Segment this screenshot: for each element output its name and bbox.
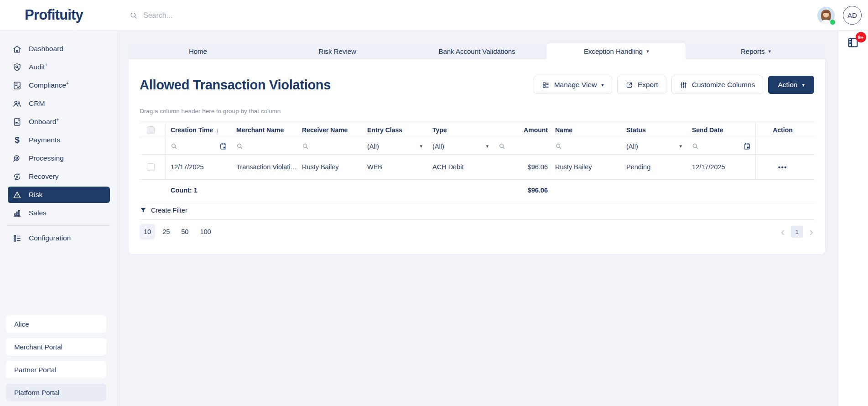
tab-exception-handling[interactable]: Exception Handling▾ (547, 43, 686, 59)
sidebar-item-audit[interactable]: Audit+ (8, 59, 110, 75)
caret-down-icon: ▾ (769, 49, 771, 54)
tab-home[interactable]: Home (129, 43, 267, 59)
pagination-bar: 10 25 50 100 ‹ 1 › (140, 220, 814, 254)
sidebar-item-payments[interactable]: $ Payments (8, 132, 110, 148)
filter-action (755, 138, 810, 154)
search-icon[interactable] (692, 143, 699, 150)
search-sync-icon (12, 154, 22, 163)
table-summary-row: Count: 1 $96.06 (140, 180, 814, 201)
portal-button-merchant[interactable]: Merchant Portal (6, 338, 106, 356)
sidebar-item-recovery[interactable]: Recovery (8, 168, 110, 185)
app-header: Profituity AD (0, 0, 868, 31)
tab-risk-review[interactable]: Risk Review (268, 43, 407, 59)
notification-badge: 9+ (856, 32, 866, 42)
status-select[interactable]: (All)▾ (626, 143, 687, 150)
page-size-25[interactable]: 25 (158, 224, 174, 239)
document-icon (12, 117, 22, 127)
chevron-left-icon[interactable]: ‹ (780, 226, 786, 238)
filter-amount (494, 138, 551, 154)
cell-name: Rusty Bailey (551, 155, 622, 179)
tab-bank-account-validations[interactable]: Bank Account Validations (408, 43, 546, 59)
caret-down-icon: ▾ (486, 143, 489, 149)
sidebar-item-label: Sales (29, 209, 47, 217)
caret-down-icon: ▾ (420, 143, 422, 149)
caret-down-icon: ▾ (679, 143, 682, 149)
column-header-entry-class[interactable]: Entry Class (363, 122, 428, 138)
select-all-checkbox[interactable] (147, 126, 155, 134)
sidebar-item-onboard[interactable]: Onboard+ (8, 114, 110, 130)
type-select[interactable]: (All)▾ (432, 143, 494, 150)
sidebar-item-label: Payments (29, 136, 60, 144)
customize-columns-button[interactable]: Customize Columns (671, 76, 764, 94)
column-header-status[interactable]: Status (622, 122, 687, 138)
create-filter-button[interactable]: Create Filter (140, 201, 814, 220)
filter-status: (All)▾ (622, 138, 687, 154)
portal-button-platform[interactable]: Platform Portal (6, 384, 106, 401)
cell-amount: $96.06 (494, 155, 551, 179)
row-actions-button[interactable]: ••• (778, 164, 787, 171)
search-icon[interactable] (555, 143, 562, 150)
notifications-panel-button[interactable]: 9+ (847, 36, 860, 49)
sidebar-item-risk[interactable]: Risk (8, 187, 110, 203)
user-avatar[interactable] (817, 7, 835, 24)
shield-search-icon (12, 62, 22, 72)
sidebar-item-processing[interactable]: Processing (8, 150, 110, 167)
sidebar-item-compliance[interactable]: Compliance+ (8, 77, 110, 94)
filter-receiver-name (297, 138, 363, 154)
column-header-send-date[interactable]: Send Date (687, 122, 755, 138)
brand-logo: Profituity (25, 7, 83, 23)
manage-view-button[interactable]: Manage View ▾ (534, 76, 612, 94)
filter-type: (All)▾ (428, 138, 494, 154)
sidebar-item-label: Risk (29, 191, 42, 199)
violations-table: Creation Time↓ Merchant Name Receiver Na… (140, 122, 814, 201)
export-button[interactable]: Export (617, 76, 666, 94)
sidebar-item-crm[interactable]: CRM (8, 95, 110, 112)
chevron-right-icon[interactable]: › (808, 226, 814, 238)
column-header-receiver-name[interactable]: Receiver Name (297, 122, 363, 138)
portal-button-alice[interactable]: Alice (6, 315, 106, 333)
document-check-icon (12, 81, 22, 90)
row-checkbox[interactable] (147, 163, 155, 171)
action-button[interactable]: Action ▾ (768, 76, 814, 94)
sidebar-item-sales[interactable]: Sales (8, 205, 110, 221)
page-size-100[interactable]: 100 (196, 224, 215, 239)
sidebar-item-dashboard[interactable]: Dashboard (8, 41, 110, 57)
column-header-creation-time[interactable]: Creation Time↓ (166, 122, 232, 138)
calendar-icon[interactable] (743, 142, 751, 150)
search-icon[interactable] (302, 143, 309, 150)
bar-chart-icon (12, 208, 22, 218)
search-icon[interactable] (499, 143, 505, 150)
plus-suffix: + (66, 81, 69, 86)
portal-button-partner[interactable]: Partner Portal (6, 361, 106, 379)
sync-gear-icon (12, 172, 22, 182)
column-header-type[interactable]: Type (428, 122, 494, 138)
online-status-dot (830, 20, 835, 25)
filter-checkbox-cell (140, 138, 166, 154)
search-input[interactable] (142, 11, 243, 20)
filter-funnel-icon (140, 207, 147, 214)
page-size-50[interactable]: 50 (177, 224, 192, 239)
entry-class-select[interactable]: (All)▾ (367, 143, 428, 150)
calendar-icon[interactable] (219, 142, 227, 150)
tab-reports[interactable]: Reports▾ (686, 43, 825, 59)
cell-send-date: 12/17/2025 (687, 155, 755, 179)
column-header-name[interactable]: Name (551, 122, 622, 138)
page-size-options: 10 25 50 100 (140, 224, 215, 239)
global-search[interactable] (130, 0, 243, 31)
column-header-merchant-name[interactable]: Merchant Name (232, 122, 297, 138)
tab-bar: Home Risk Review Bank Account Validation… (129, 43, 825, 59)
column-header-amount[interactable]: Amount (494, 122, 551, 138)
warning-triangle-icon (12, 190, 22, 200)
sidebar-divider (7, 225, 110, 226)
filter-creation-time (166, 138, 232, 154)
search-icon[interactable] (171, 143, 177, 150)
page-size-10[interactable]: 10 (140, 224, 155, 239)
account-initials-button[interactable]: AD (843, 6, 862, 25)
search-icon[interactable] (236, 143, 243, 150)
caret-down-icon: ▾ (646, 49, 649, 54)
page-navigation: ‹ 1 › (780, 226, 814, 238)
column-header-action: Action (755, 122, 810, 138)
sidebar-item-configuration[interactable]: Configuration (8, 230, 110, 246)
current-page-button[interactable]: 1 (791, 226, 803, 238)
filter-send-date (687, 138, 755, 154)
